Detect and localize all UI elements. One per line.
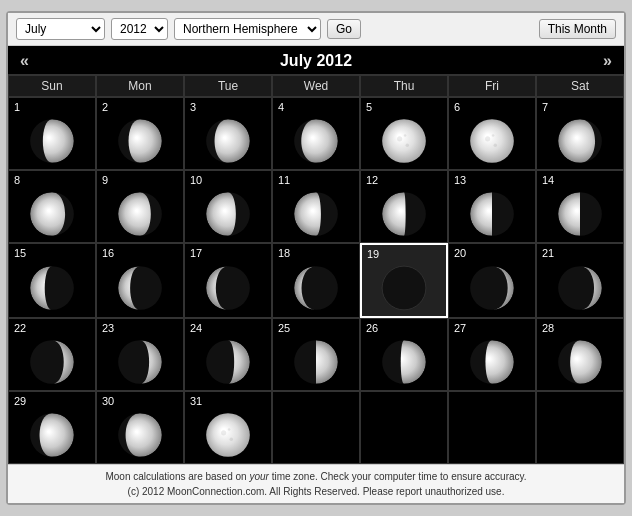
day-number: 17 [190,247,202,259]
moon-phase-waning-gibbous [466,188,518,240]
moon-phase-waning-gibbous [290,188,342,240]
day-number: 27 [454,322,466,334]
day-number: 21 [542,247,554,259]
day-cell-20[interactable]: 20 [448,243,536,318]
day-cell-18[interactable]: 18 [272,243,360,318]
moon-phase-full [202,409,254,461]
day-number: 9 [102,174,108,186]
moon-phase-waxing-gibbous [114,409,166,461]
day-cell-5[interactable]: 5 [360,97,448,170]
moon-phase-waxing-gibbous [114,115,166,167]
day-number: 22 [14,322,26,334]
day-number: 7 [542,101,548,113]
day-header-wed: Wed [272,75,360,97]
moon-phase-waxing-gibbous [26,115,78,167]
day-cell-28[interactable]: 28 [536,318,624,391]
moon-phase-waxing-gibbous [290,115,342,167]
moon-phase-waning-crescent [290,261,342,315]
day-cell-12[interactable]: 12 [360,170,448,243]
day-cell-22[interactable]: 22 [8,318,96,391]
day-number: 26 [366,322,378,334]
day-cell-21[interactable]: 21 [536,243,624,318]
moon-phase-waxing-gibbous [378,336,430,388]
day-cell-7[interactable]: 7 [536,97,624,170]
day-number: 13 [454,174,466,186]
day-cell-17[interactable]: 17 [184,243,272,318]
day-cell-31[interactable]: 31 [184,391,272,464]
month-select[interactable]: JanuaryFebruaryMarchAprilMayJuneJulyAugu… [16,18,105,40]
day-number: 31 [190,395,202,407]
moon-phase-full [378,115,430,167]
day-cell-8[interactable]: 8 [8,170,96,243]
day-cell-3[interactable]: 3 [184,97,272,170]
day-number: 18 [278,247,290,259]
moon-phase-waning-crescent [202,261,254,315]
day-header-thu: Thu [360,75,448,97]
hemisphere-select[interactable]: Northern HemisphereSouthern Hemisphere [174,18,321,40]
day-number: 12 [366,174,378,186]
year-select[interactable]: 2012 [111,18,168,40]
day-number: 28 [542,322,554,334]
day-header-sat: Sat [536,75,624,97]
day-cell-26[interactable]: 26 [360,318,448,391]
day-cell-30[interactable]: 30 [96,391,184,464]
day-cell-9[interactable]: 9 [96,170,184,243]
calendar-grid: SunMonTueWedThuFriSat1234567891011121314… [8,74,624,464]
moon-phase-waxing-crescent [202,336,254,388]
footer-line2: (c) 2012 MoonConnection.com. All Rights … [16,484,616,499]
day-number: 29 [14,395,26,407]
moon-phase-waning-gibbous [26,188,78,240]
day-number: 5 [366,101,372,113]
moon-phase-waxing-gibbous [466,336,518,388]
day-cell-10[interactable]: 10 [184,170,272,243]
day-number: 8 [14,174,20,186]
day-cell-24[interactable]: 24 [184,318,272,391]
top-bar: JanuaryFebruaryMarchAprilMayJuneJulyAugu… [8,13,624,46]
empty-cell-end [360,391,448,464]
day-cell-4[interactable]: 4 [272,97,360,170]
day-number: 1 [14,101,20,113]
day-number: 2 [102,101,108,113]
moon-phase-waxing-gibbous [202,115,254,167]
calendar: « July 2012 » SunMonTueWedThuFriSat12345… [8,46,624,464]
next-month-arrow[interactable]: » [603,52,612,70]
day-number: 3 [190,101,196,113]
calendar-header: « July 2012 » [8,46,624,74]
go-button[interactable]: Go [327,19,361,39]
footer: Moon calculations are based on your time… [8,464,624,503]
day-number: 14 [542,174,554,186]
moon-phase-waxing-crescent [26,336,78,388]
app-container: JanuaryFebruaryMarchAprilMayJuneJulyAugu… [6,11,626,505]
moon-phase-waxing-crescent [554,261,606,315]
day-cell-11[interactable]: 11 [272,170,360,243]
day-number: 23 [102,322,114,334]
day-cell-15[interactable]: 15 [8,243,96,318]
day-cell-2[interactable]: 2 [96,97,184,170]
day-cell-6[interactable]: 6 [448,97,536,170]
moon-phase-waxing-crescent [466,261,518,315]
empty-cell-end [272,391,360,464]
empty-cell-end [448,391,536,464]
moon-phase-waning-gibbous [554,115,606,167]
day-cell-29[interactable]: 29 [8,391,96,464]
day-cell-14[interactable]: 14 [536,170,624,243]
moon-phase-waning-crescent [26,261,78,315]
day-number: 16 [102,247,114,259]
this-month-button[interactable]: This Month [539,19,616,39]
moon-phase-waxing-crescent [114,336,166,388]
day-number: 4 [278,101,284,113]
day-cell-1[interactable]: 1 [8,97,96,170]
day-number: 10 [190,174,202,186]
moon-phase-waning-gibbous [202,188,254,240]
day-cell-23[interactable]: 23 [96,318,184,391]
day-number: 19 [367,248,379,260]
day-number: 30 [102,395,114,407]
day-cell-27[interactable]: 27 [448,318,536,391]
day-cell-13[interactable]: 13 [448,170,536,243]
day-cell-16[interactable]: 16 [96,243,184,318]
day-cell-25[interactable]: 25 [272,318,360,391]
prev-month-arrow[interactable]: « [20,52,29,70]
moon-phase-waxing-gibbous [26,409,78,461]
moon-phase-waning-crescent [114,261,166,315]
day-cell-19[interactable]: 19 [360,243,448,318]
